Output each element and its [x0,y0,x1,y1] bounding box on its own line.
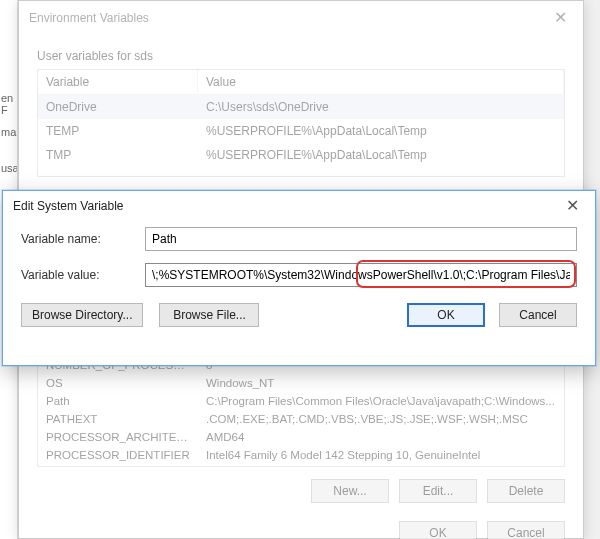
variable-value-input[interactable] [145,263,577,287]
table-row[interactable]: TEMP %USERPROFILE%\AppData\Local\Temp [38,119,564,143]
var-value-cell: AMD64 [198,428,564,446]
table-row[interactable]: PATHEXT .COM;.EXE;.BAT;.CMD;.VBS;.VBE;.J… [38,410,564,428]
var-name-cell: Path [38,392,198,410]
var-name-cell: PATHEXT [38,410,198,428]
table-row[interactable]: PROCESSOR_IDENTIFIER Intel64 Family 6 Mo… [38,446,564,464]
ok-button[interactable]: OK [399,521,477,539]
sliver-label: usa [0,160,17,176]
edit-button[interactable]: Edit... [399,479,477,503]
var-name-cell: PROCESSOR_ARCHITECTURE [38,428,198,446]
user-vars-table[interactable]: Variable Value OneDrive C:\Users\sds\One… [37,69,565,177]
delete-button[interactable]: Delete [487,479,565,503]
var-name-cell: OneDrive [38,95,198,119]
sliver-label: mak [0,124,17,140]
env-dialog-title: Environment Variables [29,11,149,25]
env-title-bar: Environment Variables ✕ [19,1,583,35]
system-vars-button-row: New... Edit... Delete [19,467,583,507]
var-name-cell: PROCESSOR_IDENTIFIER [38,446,198,464]
variable-value-row: Variable value: [3,257,595,293]
var-value-cell: %USERPROFILE%\AppData\Local\Temp [198,119,564,143]
confirm-button-row: OK Cancel [3,293,595,327]
user-vars-label: User variables for sds [19,35,583,69]
table-row[interactable]: TMP %USERPROFILE%\AppData\Local\Temp [38,143,564,167]
table-row[interactable]: OneDrive C:\Users\sds\OneDrive [38,95,564,119]
edit-dialog-title: Edit System Variable [13,199,124,213]
var-name-cell: OS [38,374,198,392]
var-value-cell: C:\Users\sds\OneDrive [198,95,564,119]
variable-name-label: Variable name: [21,232,133,246]
var-value-cell: Intel64 Family 6 Model 142 Stepping 10, … [198,446,564,464]
system-vars-table[interactable]: NUMBER_OF_PROCESSORS 8 OS Windows_NT Pat… [37,355,565,467]
dialog-button-row: OK Cancel [19,507,583,539]
table-row[interactable]: Path C:\Program Files\Common Files\Oracl… [38,392,564,410]
column-header-value[interactable]: Value [198,70,564,94]
variable-value-label: Variable value: [21,268,133,282]
var-value-cell: %USERPROFILE%\AppData\Local\Temp [198,143,564,167]
cancel-button[interactable]: Cancel [487,521,565,539]
var-name-cell: TMP [38,143,198,167]
table-row[interactable]: PROCESSOR_ARCHITECTURE AMD64 [38,428,564,446]
close-icon[interactable]: ✕ [548,8,573,28]
variable-name-row: Variable name: [3,221,595,257]
variable-name-input[interactable] [145,227,577,251]
var-value-cell: C:\Program Files\Common Files\Oracle\Jav… [198,392,564,410]
edit-title-bar: Edit System Variable ✕ [3,191,595,221]
cancel-button[interactable]: Cancel [499,303,577,327]
close-icon[interactable]: ✕ [560,196,585,216]
edit-system-variable-dialog: Edit System Variable ✕ Variable name: Va… [2,190,596,366]
sliver-label: en F [0,90,17,118]
var-value-cell: Windows_NT [198,374,564,392]
column-header-variable[interactable]: Variable [38,70,198,94]
ok-button[interactable]: OK [407,303,485,327]
table-row[interactable]: OS Windows_NT [38,374,564,392]
var-name-cell: TEMP [38,119,198,143]
var-value-cell: .COM;.EXE;.BAT;.CMD;.VBS;.VBE;.JS;.JSE;.… [198,410,564,428]
table-header-row: Variable Value [38,70,564,95]
new-button[interactable]: New... [311,479,389,503]
